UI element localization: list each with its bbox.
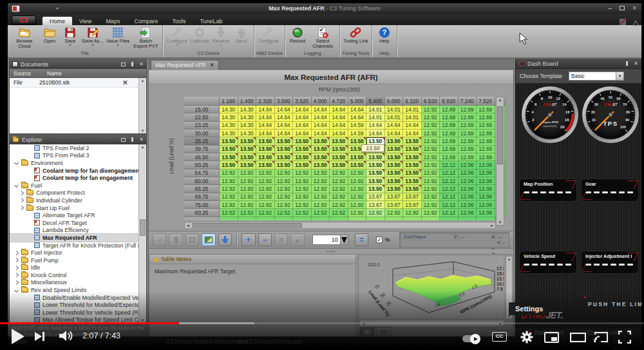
toolbar-lock-button[interactable] bbox=[185, 233, 199, 246]
tree-item-target-afr-for-knock-protection-full-load[interactable]: Target AFR for Knock Protection (Full Lo… bbox=[10, 242, 138, 249]
table-cell[interactable]: 14.64 bbox=[293, 106, 312, 113]
table-cell[interactable]: 14.64 bbox=[385, 130, 404, 137]
table-cell[interactable]: 13.50 bbox=[312, 153, 330, 161]
tree-item-lambda-efficiency[interactable]: Lambda Efficiency bbox=[10, 227, 138, 235]
table-cell[interactable]: 12.69 bbox=[459, 122, 477, 130]
app-menu-button[interactable]: C3 bbox=[12, 15, 36, 25]
close-button[interactable]: × bbox=[632, 5, 636, 12]
chevron-right-icon[interactable] bbox=[19, 191, 24, 195]
explorer-close-icon[interactable]: ✕ bbox=[139, 137, 144, 142]
column-header-3.000[interactable]: 3.000 bbox=[275, 97, 294, 106]
table-cell[interactable]: 12.69 bbox=[459, 137, 477, 145]
table-cell[interactable]: 12.92 bbox=[422, 177, 440, 185]
table-cell[interactable]: 13.50 bbox=[366, 153, 385, 161]
configure-button[interactable]: Configure bbox=[165, 26, 189, 47]
chevron-down-icon[interactable] bbox=[14, 288, 19, 293]
set-value-button[interactable]: ▴ bbox=[290, 233, 304, 246]
table-cell[interactable]: 14.64 bbox=[330, 130, 348, 137]
table-cell[interactable]: 13.50 bbox=[330, 161, 348, 169]
table-cell[interactable]: 14.30 bbox=[220, 113, 238, 121]
table-cell[interactable]: 14.30 bbox=[220, 106, 238, 113]
tree-item-coolant-temp-for-fan-disengagement[interactable]: Coolant temp for fan disengagement bbox=[10, 167, 138, 175]
table-cell[interactable]: 12.92 bbox=[422, 201, 440, 209]
table-cell[interactable]: 12.12 bbox=[440, 185, 459, 193]
table-cell[interactable]: 12.12 bbox=[440, 209, 459, 217]
table-cell[interactable]: 12.12 bbox=[440, 193, 459, 201]
table-cell[interactable]: 14.30 bbox=[220, 122, 238, 130]
table-cell[interactable]: 12.06 bbox=[477, 170, 495, 177]
help-button[interactable]: ?Help bbox=[374, 26, 395, 44]
table-cell[interactable]: 12.69 bbox=[440, 146, 459, 153]
chevron-right-icon[interactable] bbox=[14, 273, 19, 277]
table-cell[interactable]: 12.92 bbox=[330, 201, 348, 209]
chevron-right-icon[interactable] bbox=[14, 280, 19, 285]
table-cell[interactable]: 12.92 bbox=[348, 170, 367, 177]
table-cell[interactable]: 12.92 bbox=[422, 122, 440, 130]
receive-button[interactable]: Receive bbox=[211, 26, 231, 47]
table-cell[interactable]: 13.50 bbox=[220, 153, 238, 161]
table-cell[interactable]: 12.92 bbox=[275, 185, 294, 193]
open-button[interactable]: Open bbox=[39, 26, 60, 44]
percent-checkbox[interactable]: ✓ bbox=[376, 237, 383, 243]
table-cell[interactable]: 13.50 bbox=[348, 153, 367, 161]
table-cell[interactable]: 12.92 bbox=[422, 209, 440, 217]
table-cell[interactable]: 12.52 bbox=[220, 209, 238, 217]
table-cell[interactable]: 12.92 bbox=[422, 146, 440, 153]
table-cell[interactable]: 12.92 bbox=[220, 177, 238, 185]
table-cell[interactable]: 13.50 bbox=[403, 185, 422, 193]
record-button[interactable]: Record bbox=[287, 26, 308, 44]
table-cell[interactable]: 14.01 bbox=[366, 106, 385, 113]
table-cell[interactable]: 14.64 bbox=[293, 113, 312, 121]
table-cell[interactable]: 12.92 bbox=[330, 185, 348, 193]
fullscreen-button[interactable] bbox=[618, 331, 631, 346]
table-cell[interactable]: 14.64 bbox=[312, 113, 330, 121]
table-cell[interactable]: 12.92 bbox=[330, 177, 348, 185]
table-cell[interactable]: 12.06 bbox=[477, 177, 495, 185]
table-cell[interactable]: 12.12 bbox=[440, 177, 459, 185]
table-cell[interactable]: 12.92 bbox=[348, 177, 367, 185]
row-header-54.75[interactable]: 54.75 bbox=[184, 170, 220, 177]
ribbon-tab-view[interactable]: View bbox=[72, 17, 99, 25]
table-cell[interactable]: 14.01 bbox=[385, 106, 404, 113]
table-cell[interactable]: 13.50 bbox=[312, 137, 330, 145]
table-cell[interactable]: 12.92 bbox=[312, 201, 330, 209]
surface-plot[interactable]: 320.017.515.012.510.07.5755025Load (Load… bbox=[359, 256, 504, 319]
tree-item-individual-cylinder[interactable]: Individual Cylinder bbox=[10, 197, 138, 204]
table-cell[interactable]: 12.69 bbox=[477, 137, 495, 145]
table-cell[interactable]: 12.69 bbox=[477, 113, 495, 121]
chevron-right-icon[interactable] bbox=[14, 266, 19, 270]
table-cell[interactable]: 12.06 bbox=[459, 170, 477, 177]
table-cell[interactable]: 12.92 bbox=[238, 177, 257, 185]
table-cell[interactable]: 13.50 bbox=[330, 146, 348, 153]
table-cell[interactable]: 12.92 bbox=[256, 185, 275, 193]
ribbon-corner-icon-1[interactable] bbox=[620, 16, 626, 23]
play-button[interactable] bbox=[10, 328, 26, 347]
table-cell[interactable]: 14.01 bbox=[403, 113, 422, 121]
row-header-39.75[interactable]: 39.75 bbox=[184, 146, 220, 153]
table-cell[interactable]: 12.92 bbox=[220, 185, 238, 193]
table-cell[interactable]: 14.30 bbox=[220, 130, 238, 137]
table-cell[interactable]: 14.30 bbox=[238, 130, 257, 137]
ribbon-tab-tools[interactable]: Tools bbox=[165, 17, 193, 25]
table-cell[interactable]: 13.50 bbox=[385, 161, 404, 169]
table-cell[interactable]: 14.64 bbox=[275, 130, 294, 137]
column-header-4.720[interactable]: 4.720 bbox=[330, 97, 348, 106]
table-cell[interactable]: 14.64 bbox=[403, 122, 422, 130]
table-cell[interactable]: 13.5013.50 bbox=[366, 137, 385, 145]
settings-gear-icon[interactable] bbox=[520, 331, 533, 346]
batch-export-pvt-button[interactable]: Batch Export PVT bbox=[131, 26, 160, 49]
table-cell[interactable]: 14.64 bbox=[366, 122, 385, 130]
table-cell[interactable]: 14.64 bbox=[312, 122, 330, 130]
table-cell[interactable]: 12.52 bbox=[256, 209, 275, 217]
table-horizontal-scrollbar[interactable]: ◄► bbox=[184, 222, 496, 229]
ribbon-tab-compare[interactable]: Compare bbox=[127, 17, 165, 25]
table-cell[interactable]: 13.50 bbox=[385, 153, 404, 161]
table-cell[interactable]: 13.50 bbox=[330, 137, 348, 145]
table-cell[interactable]: 12.92 bbox=[238, 185, 257, 193]
table-cell[interactable]: 12.69 bbox=[440, 106, 459, 113]
table-cell[interactable]: 13.50 bbox=[403, 161, 422, 169]
table-cell[interactable]: 14.01 bbox=[385, 113, 404, 121]
table-cell[interactable]: 12.06 bbox=[459, 185, 477, 193]
table-cell[interactable]: 14.64 bbox=[256, 113, 275, 121]
document-row[interactable]: File2510B00.stk✕ bbox=[10, 78, 138, 88]
